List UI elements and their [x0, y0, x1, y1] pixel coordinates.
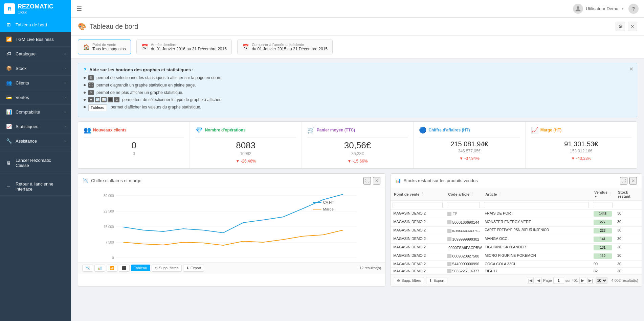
line-chart-button[interactable]: 📉 [82, 265, 93, 272]
first-page-button[interactable]: |◀ [527, 277, 534, 284]
result-count-left: 12 résultat(s) [359, 266, 381, 270]
stacked-chart-button[interactable]: 📶 [107, 265, 117, 272]
export-icon: ⬇ [186, 266, 189, 270]
filter-vendus-input[interactable] [593, 202, 613, 208]
area-chart-button[interactable]: ⬛ [119, 265, 130, 272]
area-icon: ⬛ [108, 97, 113, 102]
expand-stocks-button[interactable]: ⛶ [620, 177, 627, 184]
compare-icon: 📅 [242, 44, 249, 50]
filter-code-input[interactable] [447, 202, 480, 208]
nav-icon-caisse: 🖥 [5, 159, 12, 166]
export-right-button[interactable]: ⬇ Export [426, 277, 447, 284]
sidebar-item-statistiques[interactable]: 📈 Statistiques › [0, 119, 71, 134]
close-page-button[interactable]: ✕ [628, 22, 637, 31]
sidebar-item-tgm-live[interactable]: 📶 TGM Live Business [0, 32, 71, 47]
compare-filter[interactable]: 📅 Comparer à l'année précédente du 01 Ja… [237, 40, 333, 54]
store-icon: 🏠 [83, 44, 90, 50]
chart-ca-header: 📉 Chiffre d'affaires et marge ⛶ ✕ [78, 174, 385, 188]
help-icon: ? [84, 67, 86, 72]
help-button[interactable]: ? [628, 4, 639, 14]
supp-filtres-right-button[interactable]: ⊘ Supp. filtres [394, 277, 424, 284]
help-item-5: Tableau permet d'afficher les valeurs du… [84, 104, 631, 111]
help-close-button[interactable]: ✕ [629, 66, 634, 72]
filter-article [482, 201, 591, 209]
help-item-2: ⛶ permet d'agrandir un graphe statistiqu… [84, 82, 631, 88]
stat-ca: 🔵 Chiffre d'affaires (HT) 215 081,94€ 34… [414, 122, 525, 168]
tableau-button[interactable]: Tableau [131, 265, 150, 271]
sidebar-item-retour[interactable]: ← Retour à l'ancienne interface [0, 178, 71, 196]
annee-filter[interactable]: 📅 Année dernière du 01 Janvier 2016 au 3… [136, 40, 232, 54]
circle-icon: ● [88, 97, 94, 102]
sidebar-item-ventes[interactable]: 💳 Ventes › [0, 90, 71, 105]
user-info[interactable]: Utilisateur Demo ▼ [573, 4, 624, 14]
chart-ca-title: 📉 Chiffre d'affaires et marge [83, 178, 141, 183]
logo-icon: R [4, 3, 15, 14]
compare-value: du 01 Janvier 2015 au 31 Décembre 2015 [252, 47, 328, 51]
stat-compare-operations: 10992 [195, 151, 296, 156]
svg-text:0: 0 [112, 256, 114, 260]
area-icon: ⬛ [122, 266, 127, 270]
nav-label-stock: Stock [16, 66, 65, 71]
stat-value-ca: 215 081,94€ [419, 140, 519, 148]
sidebar-item-tableau-de-bord[interactable]: ⊞ Tableau de bord [0, 18, 71, 32]
nav-label-tgm: TGM Live Business [16, 37, 66, 42]
sidebar-item-stock[interactable]: 📦 Stock › [0, 61, 71, 76]
col-article: Article ⋮ [482, 188, 591, 200]
settings-button[interactable]: ⚙ [616, 22, 625, 31]
help-title: ? Aide sur les boutons des graphes et st… [84, 67, 631, 72]
page-total-label: sur 401 [565, 278, 578, 282]
nav-arrow-ventes: › [65, 96, 66, 99]
sidebar-item-clients[interactable]: 👥 Clients › [0, 76, 71, 90]
sidebar-item-lancer-caisse[interactable]: 🖥 Lancer Rezomatic Caisse [0, 154, 71, 172]
nav-icon-statistiques: 📈 [5, 123, 12, 130]
prev-page-button[interactable]: ◀ [535, 277, 542, 284]
hamburger-menu[interactable]: ☰ [76, 5, 82, 13]
nav-icon-stock: 📦 [5, 65, 12, 72]
stats-row: 👥 Nouveaux clients 0 0 💎 Nombre d'opérat… [78, 121, 637, 169]
stat-value-panier: 30,56€ [307, 140, 408, 151]
page-title-icon: 🎨 [78, 22, 86, 30]
sidebar-item-comptabilite[interactable]: 📊 Comptabilité › [0, 105, 71, 119]
stat-title-marge: 📈 Marge (HT) [531, 126, 631, 134]
stat-value-marge: 91 301,53€ [531, 140, 631, 148]
sidebar-item-catalogue[interactable]: 🏷 Catalogue › [0, 47, 71, 61]
gear-icon: ⚙ [88, 75, 94, 80]
point-vente-value: Tous les magasins [92, 47, 126, 51]
nav-label-clients: Clients [16, 80, 65, 85]
stat-value-operations: 8083 [195, 140, 296, 151]
export-button[interactable]: ⬇ Export [183, 265, 204, 272]
table-row: MAGASIN DEMO 2 0900ZSA9FACPBW FIGURINE S… [391, 244, 642, 252]
bar-icon: 📊 [101, 97, 107, 102]
nav-icon-comptabilite: 📊 [5, 108, 12, 115]
logo-text: REZOMATIC [18, 3, 53, 10]
tableau-badge: Tableau [88, 104, 107, 111]
col-point-vente: Point de vente ⋮ [391, 188, 445, 200]
next-page-button[interactable]: ▶ [579, 277, 586, 284]
page-label: Page [543, 278, 552, 282]
supp-filtres-button[interactable]: ⊘ Supp. filtres [152, 265, 182, 272]
filter-article-input[interactable] [484, 202, 589, 208]
bar-chart-button[interactable]: 📊 [94, 265, 105, 272]
per-page-select[interactable]: 10 25 50 [596, 277, 607, 284]
filter-point-vente [391, 201, 445, 209]
close-chart-button[interactable]: ✕ [373, 177, 380, 184]
table-row: MAGASIN DEMO 2 FP FRAIS DE PORT 1445 30 [391, 210, 642, 218]
cart-icon: 🛒 [307, 126, 315, 134]
bullet-icon-2 [84, 84, 86, 86]
close-stocks-button[interactable]: ✕ [629, 177, 637, 184]
stat-compare-clients: 0 [84, 151, 184, 156]
svg-text:CA HT: CA HT [323, 200, 334, 204]
table-row: MAGASIN DEMO 2 0009820927580 MICRO FIGUR… [391, 252, 642, 261]
last-page-button[interactable]: ▶| [587, 277, 594, 284]
sidebar-item-assistance[interactable]: 🔧 Assistance › [0, 134, 71, 148]
expand-chart-button[interactable]: ⛶ [363, 177, 371, 184]
stat-operations: 💎 Nombre d'opérations 8083 10992 ▼ -26,4… [190, 122, 302, 168]
col-handle-4: ⋮ [609, 192, 613, 196]
filter-point-vente-input[interactable] [393, 202, 443, 208]
stat-title-operations: 💎 Nombre d'opérations [195, 126, 296, 134]
page-number-input[interactable] [553, 277, 564, 284]
nav-label-assistance: Assistance [16, 139, 65, 144]
point-de-vente-filter[interactable]: 🏠 Point de vente Tous les magasins [78, 40, 131, 54]
chart-ca-icon: 📉 [83, 178, 88, 183]
sidebar-nav: ⊞ Tableau de bord 📶 TGM Live Business 🏷 … [0, 18, 71, 321]
